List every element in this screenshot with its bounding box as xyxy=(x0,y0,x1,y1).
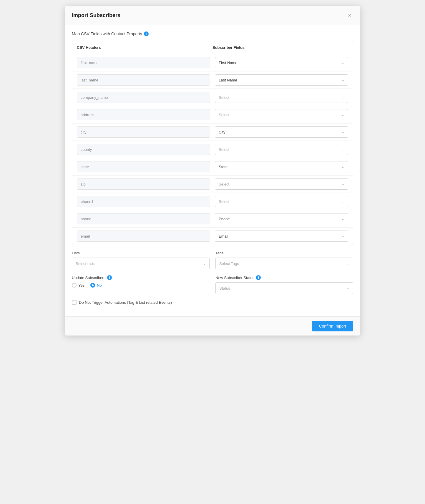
csv-header-label: CSV Headers xyxy=(77,45,213,50)
close-button[interactable]: × xyxy=(346,12,353,19)
select-chevron-icon: ⌄ xyxy=(341,78,344,82)
subscriber-field-select[interactable]: Select⌄ xyxy=(215,92,348,103)
csv-field: address xyxy=(77,109,210,120)
subscriber-field-select[interactable]: Select⌄ xyxy=(215,196,348,207)
select-value: Last Name xyxy=(219,78,237,82)
select-value: Select xyxy=(219,199,229,204)
subscriber-field-select[interactable]: City⌄ xyxy=(215,126,348,138)
select-value: First Name xyxy=(219,61,238,65)
lists-placeholder: Select Lists xyxy=(76,261,95,266)
lists-tags-row: Lists Select Lists ⌄ Tags Select Tags ⌄ xyxy=(72,251,353,269)
radio-no[interactable]: No xyxy=(90,283,102,288)
select-value: City xyxy=(219,130,225,134)
csv-field: email xyxy=(77,231,210,242)
select-chevron-icon: ⌄ xyxy=(341,199,344,203)
csv-field: last_name xyxy=(77,74,210,86)
select-value: State xyxy=(219,165,228,169)
table-row: company_nameSelect⌄ xyxy=(72,89,353,106)
subscriber-field-select[interactable]: Select⌄ xyxy=(215,109,348,120)
table-row: first_nameFirst Name⌄ xyxy=(72,54,353,71)
select-chevron-icon: ⌄ xyxy=(341,217,344,221)
select-chevron-icon: ⌄ xyxy=(341,113,344,117)
modal-footer: Confirm Import xyxy=(65,316,360,336)
select-chevron-icon: ⌄ xyxy=(341,182,344,186)
select-value: Select xyxy=(219,182,229,186)
csv-field: first_name xyxy=(77,57,210,68)
mapping-section-label: Map CSV Fields with Contact Property i xyxy=(72,31,353,36)
modal-header: Import Subscribers × xyxy=(65,6,360,24)
table-row: zipSelect⌄ xyxy=(72,176,353,193)
subscriber-field-select[interactable]: Email⌄ xyxy=(215,231,348,242)
lists-label: Lists xyxy=(72,251,210,255)
table-row: stateState⌄ xyxy=(72,158,353,176)
mapping-rows-container: first_nameFirst Name⌄last_nameLast Name⌄… xyxy=(72,54,353,245)
lists-group: Lists Select Lists ⌄ xyxy=(72,251,210,269)
new-status-label: New Subscriber Status i xyxy=(215,275,353,280)
csv-field: phone xyxy=(77,213,210,224)
select-chevron-icon: ⌄ xyxy=(341,147,344,151)
csv-field: phone1 xyxy=(77,196,210,207)
select-value: Select xyxy=(219,147,229,152)
automation-checkbox-label: Do Not Trigger Automations (Tag & List r… xyxy=(79,300,172,305)
update-status-row: Update Subscribers i Yes No New Subs xyxy=(72,275,353,294)
radio-yes-circle xyxy=(72,283,77,288)
mapping-info-icon[interactable]: i xyxy=(144,31,149,36)
csv-field: city xyxy=(77,126,210,138)
update-label: Update Subscribers i xyxy=(72,275,210,280)
bottom-section: Lists Select Lists ⌄ Tags Select Tags ⌄ … xyxy=(65,245,360,316)
select-value: Email xyxy=(219,234,228,238)
subscriber-field-select[interactable]: Phone⌄ xyxy=(215,213,348,224)
select-value: Phone xyxy=(219,217,230,221)
radio-group: Yes No xyxy=(72,283,210,288)
update-subscribers-section: Update Subscribers i Yes No xyxy=(72,275,210,291)
subscriber-field-select[interactable]: Select⌄ xyxy=(215,178,348,190)
lists-select[interactable]: Select Lists ⌄ xyxy=(72,258,210,269)
radio-yes[interactable]: Yes xyxy=(72,283,84,288)
modal-title: Import Subscribers xyxy=(72,12,120,19)
new-subscriber-status-section: New Subscriber Status i Status ⌄ xyxy=(215,275,353,294)
confirm-import-button[interactable]: Confirm Import xyxy=(312,321,353,331)
tags-chevron-icon: ⌄ xyxy=(346,261,349,266)
select-chevron-icon: ⌄ xyxy=(341,95,344,99)
new-status-info-icon[interactable]: i xyxy=(256,275,261,280)
automation-checkbox-row: Do Not Trigger Automations (Tag & List r… xyxy=(72,300,353,305)
select-value: Select xyxy=(219,113,229,117)
mapping-table: CSV Headers Subscriber Fields first_name… xyxy=(72,41,353,245)
table-row: countySelect⌄ xyxy=(72,141,353,158)
table-row: last_nameLast Name⌄ xyxy=(72,71,353,89)
csv-field: state xyxy=(77,161,210,172)
tags-label: Tags xyxy=(215,251,353,255)
table-row: phonePhone⌄ xyxy=(72,210,353,228)
table-header: CSV Headers Subscriber Fields xyxy=(72,41,353,54)
table-row: phone1Select⌄ xyxy=(72,193,353,210)
status-chevron-icon: ⌄ xyxy=(346,286,349,290)
status-placeholder: Status xyxy=(219,286,230,291)
table-row: emailEmail⌄ xyxy=(72,228,353,245)
select-chevron-icon: ⌄ xyxy=(341,61,344,65)
subscriber-field-select[interactable]: Last Name⌄ xyxy=(215,74,348,86)
select-chevron-icon: ⌄ xyxy=(341,130,344,134)
tags-select[interactable]: Select Tags ⌄ xyxy=(215,258,353,269)
csv-field: zip xyxy=(77,178,210,190)
select-value: Select xyxy=(219,95,229,100)
select-chevron-icon: ⌄ xyxy=(341,234,344,238)
status-select[interactable]: Status ⌄ xyxy=(215,282,353,294)
automation-checkbox[interactable] xyxy=(72,300,77,305)
modal-body: Map CSV Fields with Contact Property i C… xyxy=(65,24,360,245)
lists-chevron-icon: ⌄ xyxy=(203,261,206,266)
csv-field: company_name xyxy=(77,92,210,103)
update-info-icon[interactable]: i xyxy=(107,275,112,280)
tags-group: Tags Select Tags ⌄ xyxy=(215,251,353,269)
csv-field: county xyxy=(77,144,210,155)
subscriber-field-select[interactable]: Select⌄ xyxy=(215,144,348,155)
table-row: addressSelect⌄ xyxy=(72,106,353,124)
tags-placeholder: Select Tags xyxy=(219,261,239,266)
table-row: cityCity⌄ xyxy=(72,124,353,141)
subscriber-field-select[interactable]: First Name⌄ xyxy=(215,57,348,68)
subscriber-header-label: Subscriber Fields xyxy=(213,45,348,50)
select-chevron-icon: ⌄ xyxy=(341,165,344,169)
subscriber-field-select[interactable]: State⌄ xyxy=(215,161,348,172)
radio-no-circle xyxy=(90,283,95,288)
import-subscribers-modal: Import Subscribers × Map CSV Fields with… xyxy=(65,6,360,336)
